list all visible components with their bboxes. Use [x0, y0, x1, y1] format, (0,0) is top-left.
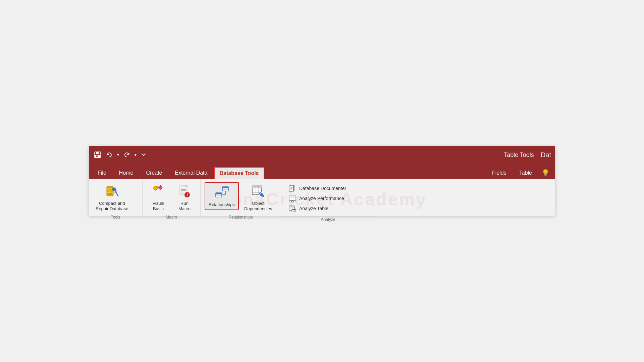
database-documenter-button[interactable]: Database Documenter: [285, 183, 350, 193]
title-bar-right: Table Tools Dat: [504, 151, 551, 159]
tab-fields[interactable]: Fields: [486, 167, 513, 179]
relationships-label: Relationships: [209, 202, 235, 207]
title-bar-left: ▼ ▼: [93, 150, 148, 160]
redo-button[interactable]: [122, 150, 132, 159]
database-documenter-label: Database Documenter: [299, 186, 346, 191]
group-analyze: Database Documenter: [281, 179, 375, 216]
run-macro-icon: [176, 183, 193, 199]
object-dependencies-icon: [250, 183, 266, 199]
run-macro-button[interactable]: RunMacro: [173, 182, 196, 213]
tab-database-tools[interactable]: Database Tools: [214, 167, 264, 179]
group-macro-content: VisualBasic: [143, 179, 200, 214]
group-relationships-content: Relationships: [201, 179, 281, 214]
analyze-performance-button[interactable]: Analyze Performance: [285, 193, 350, 203]
analyze-performance-icon: [288, 194, 297, 202]
relationships-button[interactable]: Relationships: [205, 182, 239, 210]
tab-bar: File Home Create External Data Database …: [89, 164, 555, 179]
svg-point-9: [112, 188, 116, 191]
svg-rect-29: [216, 193, 222, 194]
tab-external-data[interactable]: External Data: [169, 167, 214, 179]
svg-rect-18: [185, 185, 187, 187]
ribbon-body: ApnaCricket Academy: [89, 179, 555, 216]
svg-rect-23: [187, 193, 187, 195]
database-documenter-icon: [288, 184, 297, 192]
svg-rect-26: [222, 187, 228, 188]
tab-home[interactable]: Home: [113, 167, 140, 179]
object-dependencies-button[interactable]: ObjectDependencies: [241, 182, 275, 213]
ribbon-container: ▼ ▼ Table Tools Dat File: [89, 146, 555, 216]
analyze-table-button[interactable]: Analyze Table: [285, 203, 350, 214]
relationships-group-label: Relationships: [201, 214, 281, 221]
compact-repair-icon: [104, 183, 120, 199]
redo-dropdown[interactable]: ▼: [134, 153, 137, 157]
run-macro-label: RunMacro: [178, 201, 191, 211]
undo-button[interactable]: [104, 150, 114, 159]
svg-rect-3: [96, 156, 98, 157]
tab-create[interactable]: Create: [140, 167, 168, 179]
analyze-table-icon: [288, 204, 297, 213]
visual-basic-icon: [150, 183, 166, 199]
svg-point-6: [107, 193, 113, 196]
relationships-icon: [214, 185, 230, 201]
group-macro: VisualBasic: [143, 179, 201, 216]
title-bar: ▼ ▼ Table Tools Dat: [89, 146, 555, 164]
svg-rect-34: [252, 185, 262, 188]
tab-table[interactable]: Table: [513, 167, 538, 179]
group-tools: Compact andRepair Database Tools: [89, 179, 143, 216]
macro-group-label: Macro: [143, 214, 200, 221]
analyze-group-label: Analyze: [281, 216, 375, 223]
analyze-performance-label: Analyze Performance: [299, 196, 344, 201]
save-icon[interactable]: [93, 150, 102, 160]
compact-repair-button[interactable]: Compact andRepair Database: [93, 182, 131, 213]
analyze-buttons: Database Documenter: [285, 182, 350, 215]
svg-point-24: [187, 195, 187, 196]
svg-rect-58: [289, 206, 294, 207]
visual-basic-button[interactable]: VisualBasic: [147, 182, 170, 213]
tab-tools-group: Fields Table 💡: [486, 167, 552, 179]
lightbulb-icon[interactable]: 💡: [539, 169, 552, 179]
tools-group-label: Tools: [89, 214, 142, 221]
group-analyze-content: Database Documenter: [281, 179, 375, 216]
dat-label: Dat: [541, 151, 551, 159]
compact-repair-label: Compact andRepair Database: [96, 201, 128, 211]
group-relationships: Relationships: [201, 179, 281, 216]
svg-rect-1: [96, 152, 99, 154]
table-tools-label: Table Tools: [504, 152, 534, 159]
object-dependencies-label: ObjectDependencies: [244, 201, 272, 211]
analyze-table-label: Analyze Table: [299, 206, 328, 211]
tab-file[interactable]: File: [92, 167, 112, 179]
svg-rect-63: [292, 209, 296, 210]
visual-basic-label: VisualBasic: [152, 201, 164, 211]
svg-rect-52: [289, 195, 296, 196]
undo-dropdown[interactable]: ▼: [116, 153, 120, 157]
customize-qat-button[interactable]: [139, 151, 148, 159]
group-tools-content: Compact andRepair Database: [89, 179, 142, 214]
